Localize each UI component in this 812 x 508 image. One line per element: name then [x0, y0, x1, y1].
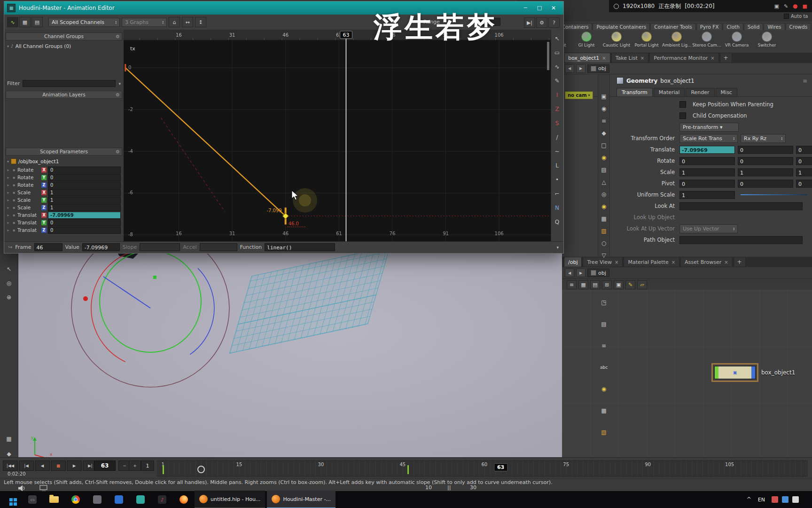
viewport-camera-menu[interactable]: no cam ▾ — [565, 91, 593, 99]
gizmo-y-ring[interactable] — [100, 253, 201, 352]
pretransform-button[interactable]: Pre-transform ▾ — [679, 123, 739, 132]
filter-dropdown-icon[interactable]: ▾ — [118, 81, 121, 86]
param-field-rotate-0[interactable]: 0 — [679, 157, 735, 165]
channel-value[interactable]: 0 — [48, 167, 121, 174]
shelf-tool-ambient-lig[interactable]: Ambient Lig... — [662, 32, 692, 48]
gear-icon[interactable]: ⚙ — [116, 91, 120, 98]
display-option-icon-12[interactable]: ○ — [598, 238, 609, 248]
taskbar-firefox-button[interactable] — [173, 491, 195, 508]
graphs-dropdown[interactable]: 3 Graphs ▴▾ — [122, 18, 167, 27]
network-side-icon-5[interactable]: ▦ — [598, 405, 609, 416]
graph-tool-icon-11[interactable]: ⌐ — [552, 189, 563, 199]
current-frame-field[interactable]: 63 — [94, 460, 116, 471]
auto-checkbox[interactable] — [784, 14, 789, 19]
channel-expand-icon[interactable]: ▸ — [6, 213, 10, 217]
shelf-tab-wires[interactable]: Wires — [764, 23, 785, 30]
mode-dope-sheet-view[interactable]: ▤ — [31, 17, 43, 27]
auto-takes-control[interactable]: Auto ta — [784, 14, 808, 19]
scoped-channels-dropdown[interactable]: All Scoped Channels ▴▾ — [48, 18, 120, 27]
channel-expand-icon[interactable]: ▸ — [6, 175, 10, 180]
pane-menu-icon[interactable]: ≡ — [803, 78, 807, 84]
viewport-tool-bottom-icon-0[interactable]: ▦ — [3, 434, 15, 444]
channel-expand-icon[interactable]: ▸ — [6, 183, 10, 187]
shelf-tool-portal-light[interactable]: Portal Light — [632, 32, 662, 48]
channel-expand-icon[interactable]: ▸ — [6, 168, 10, 172]
gear-icon[interactable]: ⚙ — [116, 148, 120, 155]
close-button[interactable]: ✕ — [547, 5, 561, 11]
graph-tool-icon-9[interactable]: L — [552, 160, 563, 171]
channel-expand-icon[interactable]: ▸ — [6, 228, 10, 232]
go-to-end-button[interactable]: ▶| — [524, 17, 535, 28]
network-path-chip[interactable]: obj — [587, 64, 609, 73]
playbar-button-3[interactable]: ■ — [51, 460, 66, 471]
channel-expand-icon[interactable]: ▸ — [6, 190, 10, 195]
taskbar-file-explorer-button[interactable] — [43, 491, 65, 508]
channel-value[interactable]: 0 — [48, 182, 121, 189]
graph-tool-icon-4[interactable]: I — [552, 90, 563, 100]
stop-icon[interactable]: ■ — [803, 3, 807, 9]
taskbar-app-gray-button[interactable] — [86, 491, 108, 508]
display-option-icon-8[interactable]: ◎ — [598, 189, 609, 199]
taskbar-music-button[interactable]: ♪ — [151, 491, 173, 508]
playbar-button-4[interactable]: ▶ — [67, 460, 82, 471]
network-side-icon-3[interactable]: abc — [598, 362, 609, 373]
display-option-icon-11[interactable]: ▧ — [598, 226, 609, 236]
shelf-tool-vr-camera[interactable]: VR Camera — [722, 32, 752, 48]
channel-expand-icon[interactable]: ▸ — [6, 206, 10, 210]
timeline-key-tick[interactable] — [163, 465, 164, 474]
playbar-button-1[interactable]: |◀ — [19, 460, 34, 471]
function-field[interactable]: linear() — [265, 243, 335, 251]
channel-row-rotate-z[interactable]: ▸▪RotateZ0 — [4, 181, 124, 189]
record-icon[interactable]: ● — [793, 3, 797, 9]
fit-vertical-button[interactable]: ↕ — [195, 17, 206, 27]
param-field-translate-1[interactable]: 0 — [738, 146, 793, 154]
param-checkbox-child-compensation[interactable] — [679, 112, 686, 119]
pen-icon[interactable]: ✎ — [784, 3, 788, 9]
param-field-scale-0[interactable]: 1 — [679, 168, 735, 176]
slope-field[interactable] — [140, 243, 180, 251]
timeline-ruler[interactable]: 115304560759010563 — [157, 460, 807, 476]
param-field-look-at[interactable] — [679, 202, 803, 210]
param-field-uniform-scale[interactable]: 1 — [679, 191, 735, 199]
channel-row-translat-x[interactable]: ▸▪TranslatX-7.09969 — [4, 211, 124, 219]
network-toolbar-icon-5[interactable]: ✎ — [625, 280, 635, 289]
param-field-translate-2[interactable]: 0 — [796, 146, 812, 154]
net-nav-forward-button[interactable]: ▶ — [576, 269, 586, 277]
param-pane-tab-box-object1[interactable]: box_object1× — [564, 53, 610, 63]
network-side-icon-1[interactable]: ▤ — [598, 319, 609, 329]
all-channel-groups-row[interactable]: ▾ ♪ All Channel Groups (0) — [4, 42, 124, 50]
keyframe-frame-field[interactable]: 46 — [34, 243, 62, 251]
add-tab-button[interactable]: + — [720, 53, 732, 63]
screenshot-icon[interactable]: ▣ — [774, 3, 779, 9]
net-path-chip[interactable]: obj — [587, 269, 609, 277]
param-field-scale-1[interactable]: 1 — [738, 168, 793, 176]
param-field-rotate-1[interactable]: 0 — [738, 157, 793, 165]
add-tab-button[interactable]: + — [734, 257, 746, 267]
mode-graph-view[interactable]: ∿ — [7, 17, 18, 27]
timeline-current-frame[interactable]: 63 — [494, 463, 508, 471]
network-pane-tab-asset-browser[interactable]: Asset Browser× — [680, 257, 733, 267]
magnifier-icon[interactable] — [614, 4, 619, 9]
playbar-button-2[interactable]: ◀ — [35, 460, 50, 471]
shelf-tab-solid[interactable]: Solid — [744, 23, 764, 30]
channel-value[interactable]: 1 — [48, 189, 121, 196]
channel-row-rotate-x[interactable]: ▸▪RotateX0 — [4, 166, 124, 174]
display-option-icon-4[interactable]: □ — [598, 140, 609, 151]
channel-value[interactable]: 0 — [48, 219, 121, 226]
network-toolbar-icon-1[interactable]: ▦ — [578, 280, 588, 289]
param-pane-tab-take-list[interactable]: Take List× — [611, 53, 649, 63]
taskbar-chrome-button[interactable] — [65, 491, 86, 508]
param-field-pivot-0[interactable]: 0 — [679, 180, 735, 188]
channel-value[interactable]: 0 — [48, 227, 121, 234]
maximize-button[interactable]: □ — [532, 5, 547, 11]
graph-tool-icon-3[interactable]: ✎ — [552, 76, 563, 86]
channel-value[interactable]: 1 — [48, 197, 121, 204]
tray-red-icon[interactable] — [772, 496, 778, 503]
network-toolbar-icon-0[interactable]: ≡ — [567, 280, 577, 289]
param-field-scale-2[interactable]: 1 — [796, 168, 812, 176]
animation-graph[interactable]: 1616313146466161767691911061060-2-4-6-8t… — [124, 30, 551, 241]
graph-plot-background[interactable] — [124, 40, 551, 241]
graph-tool-icon-12[interactable]: N — [552, 203, 563, 213]
channel-row-translat-y[interactable]: ▸▪TranslatY0 — [4, 219, 124, 226]
range-start-field[interactable]: 1 — [141, 460, 154, 471]
